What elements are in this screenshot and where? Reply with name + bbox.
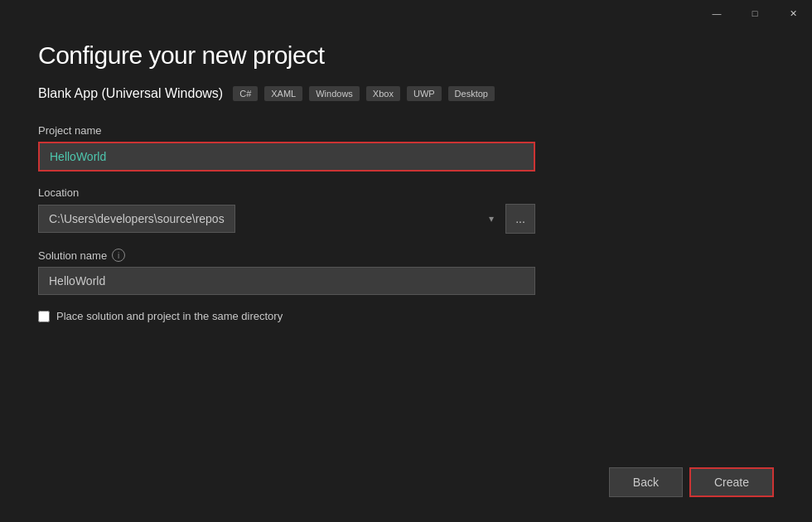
solution-name-label: Solution name [38, 249, 107, 262]
project-name-label: Project name [38, 124, 535, 137]
location-group: Location C:\Users\developers\source\repo… [38, 186, 535, 234]
checkbox-row: Place solution and project in the same d… [38, 310, 535, 322]
solution-name-input[interactable] [38, 267, 535, 295]
create-button[interactable]: Create [689, 467, 774, 497]
tag-csharp: C# [233, 86, 258, 101]
form-section: Project name Location C:\Users\developer… [38, 124, 535, 322]
location-select[interactable]: C:\Users\developers\source\repos [38, 205, 235, 233]
solution-name-info-icon[interactable]: i [112, 249, 125, 262]
tag-uwp: UWP [407, 86, 442, 101]
same-directory-checkbox[interactable] [38, 311, 50, 322]
subtitle-row: Blank App (Universal Windows) C# XAML Wi… [38, 86, 774, 101]
browse-button[interactable]: ... [505, 204, 535, 234]
project-name-input[interactable] [38, 142, 535, 172]
tag-xaml: XAML [264, 86, 302, 101]
project-name-group: Project name [38, 124, 535, 172]
same-directory-label[interactable]: Place solution and project in the same d… [56, 310, 283, 322]
bottom-bar: Back Create [609, 467, 774, 497]
location-label: Location [38, 186, 535, 199]
solution-name-label-row: Solution name i [38, 249, 535, 262]
main-content: Configure your new project Blank App (Un… [0, 0, 812, 522]
subtitle-text: Blank App (Universal Windows) [38, 86, 223, 101]
page-title: Configure your new project [38, 41, 774, 70]
tag-desktop: Desktop [448, 86, 495, 101]
solution-name-group: Solution name i [38, 249, 535, 295]
back-button[interactable]: Back [609, 467, 683, 497]
tag-windows: Windows [309, 86, 360, 101]
tag-xbox: Xbox [366, 86, 400, 101]
location-select-wrapper: C:\Users\developers\source\repos [38, 205, 502, 233]
location-row: C:\Users\developers\source\repos ... [38, 204, 535, 234]
